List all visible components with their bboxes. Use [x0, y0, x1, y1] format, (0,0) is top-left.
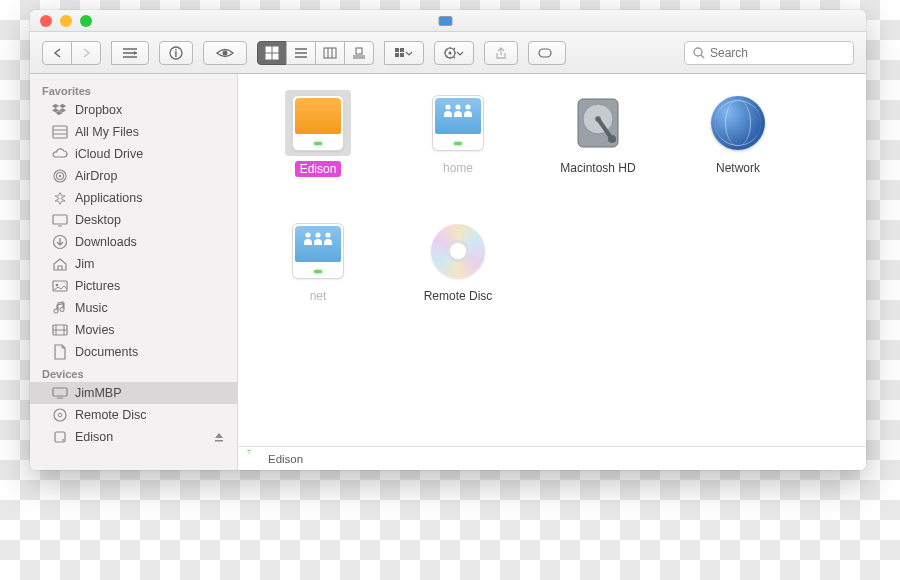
- sidebar-item-icloud-drive[interactable]: iCloud Drive: [30, 143, 237, 165]
- info-button[interactable]: i: [159, 41, 193, 65]
- svg-rect-9: [395, 48, 399, 52]
- icon-grid[interactable]: EdisonhomeMacintosh HDNetworknetRemote D…: [238, 74, 866, 446]
- view-mode-buttons: [257, 41, 374, 65]
- documents-icon: [52, 344, 68, 360]
- quicklook-button[interactable]: [203, 41, 247, 65]
- svg-rect-15: [539, 49, 551, 57]
- action-button[interactable]: [434, 41, 474, 65]
- sidebar-item-label: JimMBP: [75, 386, 122, 400]
- sidebar-item-downloads[interactable]: Downloads: [30, 231, 237, 253]
- search-field[interactable]: [684, 41, 854, 65]
- column-view-button[interactable]: [315, 41, 345, 65]
- sidebar-item-label: Movies: [75, 323, 115, 337]
- sidebar-header: Devices: [30, 363, 237, 382]
- finder-window: i: [30, 10, 866, 470]
- svg-point-14: [449, 51, 452, 54]
- sidebar-item-jimmbp[interactable]: JimMBP: [30, 382, 237, 404]
- svg-rect-17: [53, 126, 67, 138]
- grid-item-remote-disc[interactable]: Remote Disc: [388, 218, 528, 328]
- grid-item-label: Remote Disc: [424, 289, 493, 303]
- sidebar-header: Favorites: [30, 80, 237, 99]
- icloud-icon: [52, 146, 68, 162]
- computer-icon: [52, 385, 68, 401]
- sidebar-item-pictures[interactable]: Pictures: [30, 275, 237, 297]
- sidebar-item-airdrop[interactable]: AirDrop: [30, 165, 237, 187]
- svg-point-27: [54, 409, 66, 421]
- share-button[interactable]: [484, 41, 518, 65]
- music-icon: [52, 300, 68, 316]
- eject-icon[interactable]: [213, 431, 225, 443]
- desktop-icon: [52, 212, 68, 228]
- sidebar-item-applications[interactable]: Applications: [30, 187, 237, 209]
- sidebar-item-label: Downloads: [75, 235, 137, 249]
- arrange-group: [384, 41, 424, 65]
- search-icon: [693, 47, 705, 59]
- drive-blue-people-icon: [425, 90, 491, 156]
- sidebar-item-movies[interactable]: Movies: [30, 319, 237, 341]
- sidebar-item-edison[interactable]: Edison: [30, 426, 237, 448]
- grid-item-edison[interactable]: Edison: [248, 90, 388, 200]
- close-button[interactable]: [40, 15, 52, 27]
- sidebar-item-dropbox[interactable]: Dropbox: [30, 99, 237, 121]
- sidebar-item-documents[interactable]: Documents: [30, 341, 237, 363]
- grid-item-label: home: [443, 161, 473, 175]
- sidebar-item-label: Edison: [75, 430, 113, 444]
- back-button[interactable]: [42, 41, 72, 65]
- svg-point-32: [455, 104, 460, 109]
- grid-item-network[interactable]: Network: [668, 90, 808, 200]
- svg-point-2: [223, 50, 228, 55]
- sidebar-item-all-my-files[interactable]: All My Files: [30, 121, 237, 143]
- sidebar-item-label: Pictures: [75, 279, 120, 293]
- movies-icon: [52, 322, 68, 338]
- drive-icon: [248, 452, 262, 466]
- sidebar-item-remote-disc[interactable]: Remote Disc: [30, 404, 237, 426]
- search-input[interactable]: [710, 46, 845, 60]
- sidebar-item-desktop[interactable]: Desktop: [30, 209, 237, 231]
- grid-item-label: Edison: [295, 161, 342, 177]
- sidebar-item-label: Dropbox: [75, 103, 122, 117]
- titlebar: [30, 10, 866, 32]
- home-icon: [52, 256, 68, 272]
- svg-point-33: [465, 104, 470, 109]
- sidebar-item-music[interactable]: Music: [30, 297, 237, 319]
- computer-icon: [439, 16, 453, 26]
- drive-icon: [52, 429, 68, 445]
- svg-rect-10: [400, 48, 404, 52]
- globe-icon: [705, 90, 771, 156]
- zoom-button[interactable]: [80, 15, 92, 27]
- grid-item-home[interactable]: home: [388, 90, 528, 200]
- svg-rect-5: [266, 54, 271, 59]
- svg-point-38: [305, 232, 310, 237]
- svg-rect-4: [273, 47, 278, 52]
- svg-point-39: [315, 232, 320, 237]
- forward-button[interactable]: [71, 41, 101, 65]
- arrange-button[interactable]: [384, 41, 424, 65]
- sidebar-item-label: Desktop: [75, 213, 121, 227]
- grid-item-label: Network: [716, 161, 760, 175]
- icon-view-button[interactable]: [257, 41, 287, 65]
- list-view-button[interactable]: [286, 41, 316, 65]
- sidebar-item-label: iCloud Drive: [75, 147, 143, 161]
- drive-orange-icon: [285, 90, 351, 156]
- grid-item-macintosh-hd[interactable]: Macintosh HD: [528, 90, 668, 200]
- window-body: FavoritesDropboxAll My FilesiCloud Drive…: [30, 74, 866, 470]
- svg-rect-21: [53, 215, 67, 224]
- sidebar-toggle-button[interactable]: [111, 41, 149, 65]
- toolbar: i: [30, 32, 866, 74]
- allfiles-icon: [52, 124, 68, 140]
- svg-rect-8: [356, 48, 362, 54]
- svg-rect-12: [400, 53, 404, 57]
- svg-point-24: [56, 284, 59, 287]
- sidebar-item-label: Applications: [75, 191, 142, 205]
- grid-item-label: net: [310, 289, 327, 303]
- svg-rect-7: [324, 48, 336, 58]
- sidebar-item-jim[interactable]: Jim: [30, 253, 237, 275]
- tags-button[interactable]: [528, 41, 566, 65]
- path-bar[interactable]: Edison: [238, 446, 866, 470]
- minimize-button[interactable]: [60, 15, 72, 27]
- coverflow-view-button[interactable]: [344, 41, 374, 65]
- svg-rect-26: [53, 388, 67, 396]
- grid-item-net[interactable]: net: [248, 218, 388, 328]
- svg-point-30: [62, 439, 64, 441]
- svg-point-31: [445, 104, 450, 109]
